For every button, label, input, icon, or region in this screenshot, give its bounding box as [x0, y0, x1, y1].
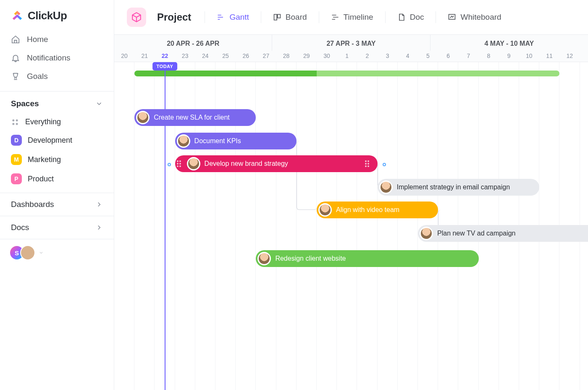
- task-bar[interactable]: Align with video team: [317, 202, 438, 218]
- spaces-header-label: Spaces: [11, 99, 39, 108]
- group-icon: [11, 118, 19, 126]
- spaces-header[interactable]: Spaces: [0, 94, 114, 113]
- day-header: 7: [458, 51, 478, 62]
- chevron-right-icon: [95, 201, 103, 208]
- svg-rect-4: [274, 14, 277, 20]
- assignee-avatar: [187, 157, 200, 170]
- task-bar[interactable]: Redesign client website: [256, 250, 478, 267]
- view-tab-board[interactable]: Board: [272, 10, 308, 24]
- view-tab-whiteboard-label: Whiteboard: [460, 13, 501, 22]
- home-icon: [11, 35, 20, 44]
- topbar: Project Gantt Board Timeline Doc: [114, 0, 588, 35]
- task-label: Implement strategy in email campaign: [397, 183, 510, 191]
- task-bar[interactable]: Implement strategy in email campaign: [378, 179, 540, 196]
- day-header: 8: [478, 51, 499, 62]
- clickup-logo-icon: [11, 10, 24, 22]
- timeline-icon: [331, 13, 339, 21]
- sidebar: ClickUp Home Notifications Goals Spaces: [0, 0, 114, 390]
- day-header: 21: [134, 51, 155, 62]
- space-everything[interactable]: Everything: [5, 113, 109, 131]
- dependency-line: [297, 141, 317, 210]
- nav-goals-label: Goals: [27, 72, 48, 81]
- task-label: Redesign client website: [275, 255, 346, 262]
- day-header: 20: [114, 51, 134, 62]
- timeline-header: 20 APR - 26 APR27 APR - 3 MAY4 MAY - 10 …: [114, 35, 588, 62]
- gantt-canvas[interactable]: TODAYCreate new SLA for clientDocument K…: [114, 62, 588, 390]
- doc-icon: [397, 13, 406, 21]
- chevron-right-icon: [95, 224, 103, 231]
- week-header: 27 APR - 3 MAY: [272, 35, 430, 51]
- space-item-marketing[interactable]: M Marketing: [5, 150, 109, 169]
- day-header: 24: [195, 51, 215, 62]
- nav-dashboards[interactable]: Dashboards: [0, 193, 114, 216]
- assignee-avatar: [177, 134, 190, 148]
- nav-dashboards-label: Dashboards: [11, 200, 54, 209]
- whiteboard-icon: [448, 13, 456, 21]
- day-header: 30: [317, 51, 337, 62]
- task-bar[interactable]: Plan new TV ad campaign: [418, 225, 588, 242]
- chevron-down-icon: [95, 100, 103, 107]
- workspace-users[interactable]: S: [0, 239, 114, 266]
- dependency-handle[interactable]: [168, 163, 171, 166]
- assignee-avatar: [318, 203, 332, 217]
- task-label: Create new SLA for client: [154, 114, 230, 121]
- day-header: 6: [438, 51, 458, 62]
- space-badge: P: [11, 173, 22, 184]
- day-header: 25: [215, 51, 236, 62]
- view-tab-doc[interactable]: Doc: [396, 10, 425, 24]
- summary-bar[interactable]: [134, 71, 559, 76]
- task-bar[interactable]: Create new SLA for client: [134, 109, 256, 126]
- day-header: 27: [256, 51, 276, 62]
- project-icon-badge[interactable]: [127, 8, 146, 27]
- task-label: Develop new brand strategy: [205, 160, 288, 168]
- cube-icon: [131, 12, 142, 23]
- day-header: 26: [236, 51, 256, 62]
- view-tab-timeline[interactable]: Timeline: [330, 10, 374, 24]
- space-badge: D: [11, 135, 22, 146]
- day-header: 10: [519, 51, 539, 62]
- svg-point-2: [12, 123, 14, 125]
- brand-name: ClickUp: [28, 9, 67, 22]
- task-bar[interactable]: Document KPIs: [175, 133, 297, 149]
- drag-handle-icon[interactable]: [365, 160, 369, 167]
- space-everything-label: Everything: [25, 118, 61, 126]
- task-label: Document KPIs: [194, 137, 241, 145]
- day-header: 12: [559, 51, 580, 62]
- day-header: 29: [297, 51, 317, 62]
- space-item-development[interactable]: D Development: [5, 131, 109, 150]
- brand-logo[interactable]: ClickUp: [0, 9, 114, 28]
- day-header: 5: [418, 51, 438, 62]
- svg-rect-5: [278, 14, 281, 18]
- main-panel: Project Gantt Board Timeline Doc: [114, 0, 588, 390]
- nav-notifications-label: Notifications: [27, 53, 71, 63]
- nav-docs[interactable]: Docs: [0, 216, 114, 239]
- view-tab-whiteboard[interactable]: Whiteboard: [447, 10, 502, 24]
- space-badge: M: [11, 154, 22, 165]
- day-header: 22: [155, 51, 175, 62]
- space-item-product[interactable]: P Product: [5, 169, 109, 188]
- nav-notifications[interactable]: Notifications: [5, 49, 109, 67]
- nav-home-label: Home: [27, 35, 48, 44]
- board-icon: [273, 13, 281, 21]
- day-header: 3: [377, 51, 397, 62]
- view-tab-gantt[interactable]: Gantt: [216, 10, 249, 24]
- day-header: 4: [398, 51, 418, 62]
- gantt-icon: [217, 13, 225, 21]
- day-header: 23: [175, 51, 195, 62]
- day-header: 9: [499, 51, 519, 62]
- day-header: 2: [357, 51, 377, 62]
- today-badge: TODAY: [152, 62, 178, 71]
- caret-down-icon: [39, 250, 44, 255]
- trophy-icon: [11, 72, 20, 81]
- space-label: Development: [28, 136, 72, 145]
- nav-docs-label: Docs: [11, 223, 29, 232]
- assignee-avatar: [420, 227, 433, 240]
- nav-goals[interactable]: Goals: [5, 68, 109, 85]
- nav-home[interactable]: Home: [5, 31, 109, 48]
- drag-handle-icon[interactable]: [177, 160, 181, 167]
- task-bar[interactable]: Develop new brand strategy: [175, 155, 378, 172]
- view-tab-gantt-label: Gantt: [229, 13, 249, 22]
- task-label: Plan new TV ad campaign: [437, 230, 515, 237]
- project-title: Project: [157, 11, 191, 23]
- dependency-handle[interactable]: [383, 163, 386, 166]
